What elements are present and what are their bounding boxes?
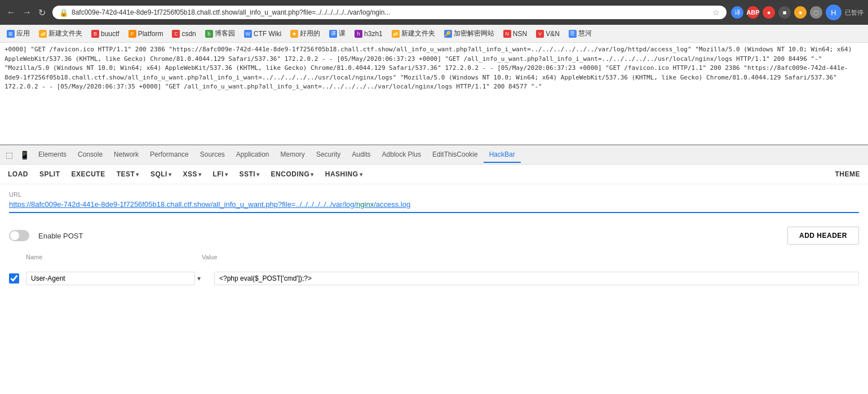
hackbar-panel: LOAD SPLIT EXECUTE TEST ▾ SQLI ▾ XSS ▾ L… xyxy=(0,165,868,394)
encrypt-icon: 🔑 xyxy=(444,30,452,38)
theme-button[interactable]: THEME xyxy=(834,168,862,180)
bookmark-nsn[interactable]: N NSN xyxy=(501,29,529,39)
bookmark-star-icon[interactable]: ☆ xyxy=(712,8,720,17)
browser-icons: 译 ABP ● ■ ● ◌ H 已暂停 xyxy=(731,5,863,20)
tab-editthiscookie[interactable]: EditThisCookie xyxy=(427,147,484,163)
back-button[interactable]: ← xyxy=(5,6,18,19)
url-section: URL https://8afc009e-742d-441e-8de9-1f72… xyxy=(0,184,868,220)
tab-application[interactable]: Application xyxy=(231,147,275,163)
header-name-col: ▾ xyxy=(26,272,207,285)
bookmark-course[interactable]: 课 课 xyxy=(327,28,348,39)
nav-buttons: ← → ↻ xyxy=(5,6,48,19)
url-highlight-part: nginx xyxy=(356,200,374,209)
controls-section: Enable POST ADD HEADER xyxy=(0,220,868,251)
add-header-button[interactable]: ADD HEADER xyxy=(787,227,859,245)
bookmark-h3zh1[interactable]: h h3zh1 xyxy=(352,29,385,39)
page-text: +0000] "GET /favicon.ico HTTP/1.1" 200 2… xyxy=(5,46,852,90)
tab-performance[interactable]: Performance xyxy=(144,147,194,163)
bookmark-csdn[interactable]: C csdn xyxy=(170,29,198,39)
translate-icon[interactable]: 译 xyxy=(731,6,743,19)
tab-memory[interactable]: Memory xyxy=(275,147,311,163)
ssti-dropdown-arrow: ▾ xyxy=(256,171,260,178)
h3zh1-icon: h xyxy=(355,30,362,38)
browser-chrome: ← → ↻ 🔒 8afc009e-742d-441e-8de9-1f7256f0… xyxy=(0,0,868,25)
test-button[interactable]: TEST ▾ xyxy=(116,168,140,180)
platform-icon: P xyxy=(129,30,136,38)
lfi-dropdown-arrow: ▾ xyxy=(225,171,228,178)
encoding-button[interactable]: ENCODING ▾ xyxy=(270,168,315,180)
tab-elements[interactable]: Elements xyxy=(33,147,72,163)
abp-icon[interactable]: ABP xyxy=(747,6,759,19)
tab-adblock[interactable]: Adblock Plus xyxy=(377,147,427,163)
extension-icon-2[interactable]: ■ xyxy=(778,6,791,19)
folder-icon-2: 📁 xyxy=(392,30,400,38)
tab-security[interactable]: Security xyxy=(311,147,346,163)
bookmarks-bar: ⊞ 应用 📁 新建文件夹 B buuctf P Platform C csdn … xyxy=(0,25,868,43)
value-col-label: Value xyxy=(202,254,859,260)
url-normal-part: https://8afc009e-742d-441e-8de9-1f7256f0… xyxy=(9,200,356,209)
lock-icon: 🔒 xyxy=(59,8,68,17)
avatar[interactable]: H xyxy=(826,5,842,20)
address-bar[interactable]: 🔒 8afc009e-742d-441e-8de9-1f7256f05b18.c… xyxy=(52,6,727,19)
xss-button[interactable]: XSS ▾ xyxy=(181,168,202,180)
tab-audits[interactable]: Audits xyxy=(346,147,376,163)
inspect-element-button[interactable]: ⬚ xyxy=(2,148,16,162)
tab-hackbar[interactable]: HackBar xyxy=(484,147,521,163)
bookmark-newfolder2[interactable]: 📁 新建文件夹 xyxy=(389,28,437,39)
extension-icon-3[interactable]: ● xyxy=(794,6,807,19)
toggle-slider xyxy=(9,230,29,241)
url-end-part: /access.log xyxy=(374,200,410,209)
bookmark-blog[interactable]: b 博客园 xyxy=(203,28,237,39)
bookmark-platform[interactable]: P Platform xyxy=(126,29,166,39)
bookmark-huihe[interactable]: 慧 慧河 xyxy=(566,28,594,39)
tab-console[interactable]: Console xyxy=(72,147,108,163)
url-label: URL xyxy=(9,191,859,198)
ssti-button[interactable]: SSTI ▾ xyxy=(238,168,260,180)
course-icon: 课 xyxy=(329,30,337,38)
extension-icon-1[interactable]: ● xyxy=(763,6,775,19)
nsn-icon: N xyxy=(503,30,511,38)
address-text: 8afc009e-742d-441e-8de9-1f7256f05b18.cha… xyxy=(72,8,709,16)
xss-dropdown-arrow: ▾ xyxy=(198,171,202,178)
bookmark-buuctf[interactable]: B buuctf xyxy=(89,29,122,39)
header-labels-row: Name Value xyxy=(0,251,868,267)
bookmark-vn[interactable]: V V&N xyxy=(534,29,562,39)
hashing-button[interactable]: HASHING ▾ xyxy=(324,168,364,180)
bookmark-encrypt[interactable]: 🔑 加密解密网站 xyxy=(442,28,497,39)
bookmark-useful[interactable]: ★ 好用的 xyxy=(288,28,322,39)
header-name-input[interactable] xyxy=(26,272,195,285)
bookmark-newfolder1[interactable]: 📁 新建文件夹 xyxy=(37,28,85,39)
execute-button[interactable]: EXECUTE xyxy=(70,168,107,180)
bookmark-ctfwiki[interactable]: W CTF Wiki xyxy=(242,29,284,39)
load-button[interactable]: LOAD xyxy=(7,168,29,180)
page-content: +0000] "GET /favicon.ico HTTP/1.1" 200 2… xyxy=(0,43,868,144)
forward-button[interactable]: → xyxy=(20,6,34,19)
lfi-button[interactable]: LFI ▾ xyxy=(211,168,229,180)
header-dropdown-arrow[interactable]: ▾ xyxy=(197,275,207,282)
bookmark-apps[interactable]: ⊞ 应用 xyxy=(5,28,32,39)
header-value-input[interactable] xyxy=(214,272,859,285)
tab-network[interactable]: Network xyxy=(108,147,144,163)
device-toolbar-button[interactable]: 📱 xyxy=(16,148,33,162)
sqli-dropdown-arrow: ▾ xyxy=(169,171,172,178)
tab-sources[interactable]: Sources xyxy=(194,147,231,163)
apps-icon: ⊞ xyxy=(7,30,15,38)
header-checkbox[interactable] xyxy=(9,273,19,284)
ctfwiki-icon: W xyxy=(244,30,252,38)
blog-icon: b xyxy=(205,30,213,38)
encoding-dropdown-arrow: ▾ xyxy=(311,171,314,178)
sqli-button[interactable]: SQLI ▾ xyxy=(149,168,173,180)
header-row: ▾ xyxy=(0,267,868,290)
url-display[interactable]: https://8afc009e-742d-441e-8de9-1f7256f0… xyxy=(9,200,859,209)
name-col-label: Name xyxy=(26,254,195,260)
csdn-icon: C xyxy=(172,30,180,38)
devtools-tabbar: ⬚ 📱 Elements Console Network Performance… xyxy=(0,145,868,165)
url-underline xyxy=(9,212,859,213)
avatar-label: 已暂停 xyxy=(845,8,863,17)
vn-icon: V xyxy=(536,30,544,38)
devtools-panel: ⬚ 📱 Elements Console Network Performance… xyxy=(0,144,868,394)
enable-post-toggle[interactable] xyxy=(9,230,29,241)
extension-icon-4[interactable]: ◌ xyxy=(810,6,822,19)
split-button[interactable]: SPLIT xyxy=(38,168,61,180)
refresh-button[interactable]: ↻ xyxy=(36,6,48,19)
